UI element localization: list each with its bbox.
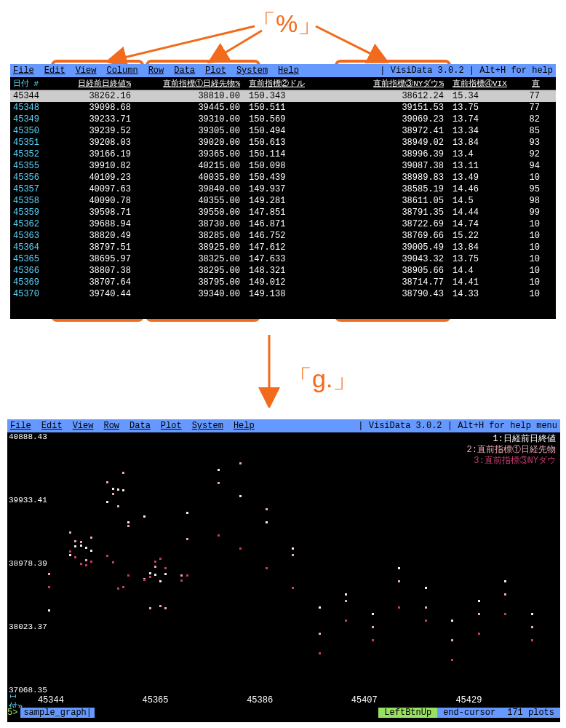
- cell[interactable]: 10: [512, 231, 541, 241]
- data-point[interactable]: [372, 639, 374, 641]
- cell[interactable]: 14.74: [448, 219, 512, 229]
- cell[interactable]: 38949.02: [330, 138, 448, 148]
- data-point[interactable]: [149, 607, 151, 609]
- cell[interactable]: 40097.63: [49, 184, 135, 194]
- cell[interactable]: 14.5: [448, 196, 512, 206]
- cell[interactable]: 39550.00: [135, 207, 244, 218]
- data-point[interactable]: [398, 606, 400, 609]
- data-point[interactable]: [117, 488, 119, 491]
- cell[interactable]: 39098.68: [49, 103, 135, 113]
- table-row[interactable]: 4536638807.3838295.00148.32138905.6614.4…: [10, 265, 556, 277]
- data-point[interactable]: [127, 521, 129, 523]
- cell[interactable]: 13.74: [448, 114, 512, 124]
- cell[interactable]: 10: [512, 277, 541, 288]
- cell[interactable]: 38722.69: [330, 219, 448, 229]
- data-point[interactable]: [164, 573, 167, 575]
- menubar-bottom[interactable]: File Edit View Row Data Plot System Help…: [7, 419, 560, 432]
- menu-help-b[interactable]: Help: [234, 421, 255, 431]
- cell[interactable]: 38905.66: [330, 266, 448, 276]
- cell[interactable]: 38972.41: [330, 126, 448, 136]
- data-point[interactable]: [112, 561, 114, 563]
- data-point[interactable]: [143, 515, 146, 518]
- table-row[interactable]: 4535640109.2340035.00150.43938989.8313.4…: [10, 172, 556, 183]
- data-point[interactable]: [531, 639, 533, 641]
- cell[interactable]: 99: [512, 207, 541, 218]
- cell[interactable]: 39740.44: [49, 289, 135, 299]
- data-point[interactable]: [74, 545, 76, 547]
- data-point[interactable]: [345, 600, 347, 602]
- data-point[interactable]: [425, 620, 427, 622]
- data-point[interactable]: [186, 574, 188, 577]
- cell[interactable]: 38611.05: [330, 196, 448, 206]
- cell[interactable]: 45364: [10, 242, 49, 253]
- cell[interactable]: 94: [512, 161, 541, 171]
- menu-column[interactable]: Column: [106, 66, 137, 76]
- menu-data-b[interactable]: Data: [129, 421, 151, 431]
- cell[interactable]: 39340.00: [135, 289, 244, 299]
- data-point[interactable]: [504, 593, 506, 596]
- menu-edit[interactable]: Edit: [44, 66, 65, 76]
- data-table[interactable]: 日付 # 日経前日終値% 直前指標①日経先物% 直前指標②ドル 直前指標③NYダ…: [10, 77, 556, 300]
- menu-system-b[interactable]: System: [192, 421, 223, 431]
- cell[interactable]: 146.752: [244, 231, 330, 241]
- cell[interactable]: 14.41: [448, 277, 512, 288]
- cell[interactable]: 149.012: [244, 277, 330, 288]
- cell[interactable]: 147.851: [244, 207, 330, 218]
- data-point[interactable]: [218, 469, 220, 471]
- table-row[interactable]: 4535139208.0339020.00150.61338949.0213.8…: [10, 137, 556, 149]
- data-point[interactable]: [69, 531, 71, 534]
- data-point[interactable]: [451, 659, 453, 661]
- col-header-1[interactable]: 日経前日終値%: [49, 78, 135, 89]
- cell[interactable]: 13.84: [448, 138, 512, 148]
- cell[interactable]: 150.439: [244, 173, 330, 183]
- table-row[interactable]: 4535239166.1939365.00150.11438996.3913.4…: [10, 149, 556, 160]
- cell[interactable]: 38807.38: [49, 266, 135, 276]
- cell[interactable]: 10: [512, 173, 541, 183]
- data-point[interactable]: [164, 607, 167, 609]
- cell[interactable]: 13.84: [448, 242, 512, 253]
- data-point[interactable]: [74, 540, 76, 542]
- cell[interactable]: 150.569: [244, 114, 330, 124]
- cell[interactable]: 14.44: [448, 207, 512, 218]
- cell[interactable]: 150.613: [244, 138, 330, 148]
- cell[interactable]: 13.11: [448, 161, 512, 171]
- data-point[interactable]: [372, 613, 374, 615]
- table-row[interactable]: 4536239688.9438730.00146.87138722.6914.7…: [10, 218, 556, 230]
- cell[interactable]: 45365: [10, 254, 49, 264]
- cell[interactable]: 45369: [10, 277, 49, 288]
- cell[interactable]: 39166.19: [49, 149, 135, 159]
- data-point[interactable]: [292, 554, 294, 556]
- cell[interactable]: 149.281: [244, 196, 330, 206]
- cell[interactable]: 38925.00: [135, 242, 244, 253]
- cell[interactable]: 149.138: [244, 289, 330, 299]
- data-point[interactable]: [117, 505, 119, 507]
- menu-system[interactable]: System: [236, 66, 268, 76]
- cell[interactable]: 38810.00: [135, 91, 244, 101]
- cell[interactable]: 38714.77: [330, 277, 448, 288]
- table-row[interactable]: 4534939233.7139310.00150.56939069.2313.7…: [10, 114, 556, 125]
- cell[interactable]: 39365.00: [135, 149, 244, 159]
- data-point[interactable]: [180, 574, 183, 577]
- data-point[interactable]: [531, 613, 533, 615]
- cell[interactable]: 38695.97: [49, 254, 135, 264]
- data-point[interactable]: [266, 508, 268, 510]
- cell[interactable]: 39445.00: [135, 103, 244, 113]
- menu-file[interactable]: File: [13, 66, 34, 76]
- table-row[interactable]: 4536338820.4938285.00146.75238769.6615.2…: [10, 230, 556, 242]
- cell[interactable]: 10: [512, 242, 541, 253]
- data-point[interactable]: [478, 600, 480, 602]
- data-point[interactable]: [186, 538, 188, 540]
- data-point[interactable]: [154, 561, 156, 563]
- data-point[interactable]: [266, 567, 268, 569]
- col-header-3[interactable]: 直前指標②ドル: [244, 78, 330, 89]
- cell[interactable]: 45362: [10, 219, 49, 229]
- data-point[interactable]: [398, 580, 400, 582]
- cell[interactable]: 40215.00: [135, 161, 244, 171]
- menu-plot[interactable]: Plot: [205, 66, 226, 76]
- cell[interactable]: 45349: [10, 114, 49, 124]
- data-point[interactable]: [122, 489, 124, 491]
- data-point[interactable]: [451, 620, 453, 622]
- menu-view[interactable]: View: [76, 66, 97, 76]
- cell[interactable]: 13.75: [448, 254, 512, 264]
- menu-file-b[interactable]: File: [10, 421, 31, 431]
